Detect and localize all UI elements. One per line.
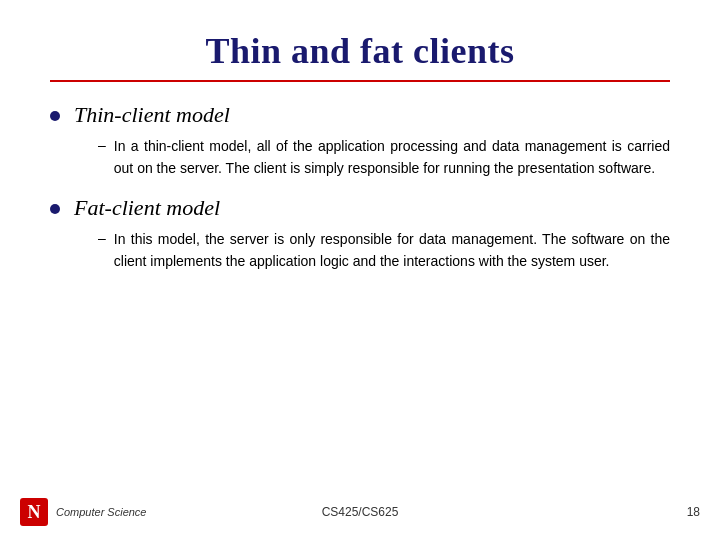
page-number: 18 xyxy=(687,505,700,519)
fat-client-title: Fat-client model xyxy=(74,195,220,221)
section-fat-header: Fat-client model xyxy=(50,195,670,221)
title-divider xyxy=(50,80,670,82)
section-thin-client: Thin-client model – In a thin-client mod… xyxy=(50,102,670,179)
fat-client-body: – In this model, the server is only resp… xyxy=(74,229,670,272)
section-thin-header: Thin-client model xyxy=(50,102,670,128)
footer-logo-area: N Computer Science xyxy=(20,498,147,526)
fat-client-text: In this model, the server is only respon… xyxy=(114,229,670,272)
thin-client-title: Thin-client model xyxy=(74,102,230,128)
footer: N Computer Science CS425/CS625 18 xyxy=(0,498,720,526)
fat-client-item: – In this model, the server is only resp… xyxy=(98,229,670,272)
slide-title: Thin and fat clients xyxy=(50,30,670,72)
course-code: CS425/CS625 xyxy=(322,505,399,519)
dash-1: – xyxy=(98,137,106,153)
thin-client-text: In a thin-client model, all of the appli… xyxy=(114,136,670,179)
dash-2: – xyxy=(98,230,106,246)
school-name: Computer Science xyxy=(56,506,147,518)
section-fat-client: Fat-client model – In this model, the se… xyxy=(50,195,670,272)
bullet-dot-2 xyxy=(50,204,60,214)
slide: Thin and fat clients Thin-client model –… xyxy=(0,0,720,540)
bullet-dot-1 xyxy=(50,111,60,121)
thin-client-item: – In a thin-client model, all of the app… xyxy=(98,136,670,179)
thin-client-body: – In a thin-client model, all of the app… xyxy=(74,136,670,179)
university-logo: N xyxy=(20,498,48,526)
